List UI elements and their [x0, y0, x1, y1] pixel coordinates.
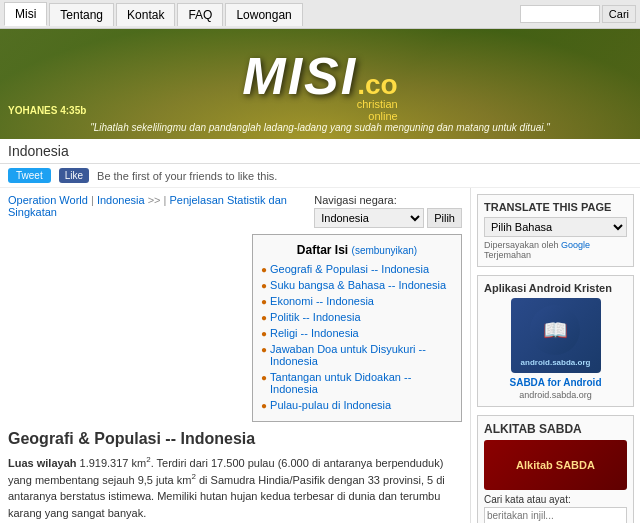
section-heading: Geografi & Populasi -- Indonesia	[8, 430, 462, 448]
toc-toggle[interactable]: (sembunyikan)	[352, 245, 418, 256]
tweet-button[interactable]: Tweet	[8, 168, 51, 183]
list-item: Geografi & Populasi -- Indonesia	[261, 261, 453, 277]
android-app-box: Aplikasi Android Kristen 📖 android.sabda…	[477, 275, 634, 407]
banner-online-text: online	[242, 110, 397, 122]
banner-quote: "Lihatlah sekelilingmu dan pandanglah la…	[0, 120, 640, 134]
alkitab-search-label: Cari kata atau ayat:	[484, 494, 627, 505]
like-button[interactable]: Like	[59, 168, 89, 183]
main-content: Operation World | Indonesia >> | Penjela…	[0, 188, 470, 523]
breadcrumb-sep2: >> |	[148, 194, 170, 206]
toc-item-5[interactable]: Religi -- Indonesia	[270, 327, 359, 339]
android-icon: 📖	[530, 305, 580, 355]
tab-tentang[interactable]: Tentang	[49, 3, 114, 26]
list-item: Politik -- Indonesia	[261, 309, 453, 325]
tab-faq[interactable]: FAQ	[177, 3, 223, 26]
nav-negara-label: Navigasi negara:	[314, 194, 462, 206]
top-navigation: Misi Tentang Kontak FAQ Lowongan Cari	[0, 0, 640, 29]
tab-misi[interactable]: Misi	[4, 2, 47, 26]
right-sidebar: TRANSLATE THIS PAGE Pilih Bahasa Dipersa…	[470, 188, 640, 523]
header-banner: MISI.co christian online YOHANES 4:35b "…	[0, 29, 640, 139]
toc-item-6[interactable]: Jawaban Doa untuk Disyukuri -- Indonesia	[270, 343, 453, 367]
breadcrumb-indonesia[interactable]: Indonesia	[97, 194, 145, 206]
toc-item-3[interactable]: Ekonomi -- Indonesia	[270, 295, 374, 307]
main-layout: Operation World | Indonesia >> | Penjela…	[0, 188, 640, 523]
list-item: Tantangan untuk Didoakan -- Indonesia	[261, 369, 453, 397]
search-bar: Cari	[520, 5, 636, 23]
list-item: Suku bangsa & Bahasa -- Indonesia	[261, 277, 453, 293]
banner-title: MISI.co christian online	[242, 46, 397, 122]
android-logo[interactable]: 📖 android.sabda.org	[511, 298, 601, 373]
content-wrapper: Indonesia Tweet Like Be the first of you…	[0, 139, 640, 523]
toc-item-8[interactable]: Pulau-pulau di Indonesia	[270, 399, 391, 411]
translate-credit: Dipersayakan oleh Google Terjemahan	[484, 240, 627, 260]
nav-negara-select[interactable]: Indonesia	[314, 208, 424, 228]
toc-item-7[interactable]: Tantangan untuk Didoakan -- Indonesia	[270, 371, 453, 395]
breadcrumb-nav-row: Operation World | Indonesia >> | Penjela…	[8, 194, 462, 228]
android-title: Aplikasi Android Kristen	[484, 282, 627, 294]
search-input[interactable]	[520, 5, 600, 23]
nav-negara-row: Indonesia Pilih	[314, 208, 462, 228]
intro-text: Luas wilayah 1.919.317 km2. Terdiri dari…	[8, 454, 462, 521]
tab-kontak[interactable]: Kontak	[116, 3, 175, 26]
toc-list: Geografi & Populasi -- Indonesia Suku ba…	[261, 261, 453, 413]
alkitab-search-input[interactable]	[484, 507, 627, 523]
toc-item-2[interactable]: Suku bangsa & Bahasa -- Indonesia	[270, 279, 446, 291]
table-of-contents: Daftar Isi (sembunyikan) Geografi & Popu…	[252, 234, 462, 422]
alkitab-title: ALKITAB SABDA	[484, 422, 627, 436]
social-like-text: Be the first of your friends to like thi…	[97, 170, 277, 182]
list-item: Ekonomi -- Indonesia	[261, 293, 453, 309]
translate-select[interactable]: Pilih Bahasa	[484, 217, 627, 237]
android-link[interactable]: android.sabda.org	[484, 390, 627, 400]
page-title: Indonesia	[8, 143, 69, 159]
google-translate-link[interactable]: Google	[561, 240, 590, 250]
breadcrumb: Operation World | Indonesia >> | Penjela…	[8, 194, 314, 218]
translate-box: TRANSLATE THIS PAGE Pilih Bahasa Dipersa…	[477, 194, 634, 267]
alkitab-image[interactable]: Alkitab SABDA	[484, 440, 627, 490]
nav-negara-box: Navigasi negara: Indonesia Pilih	[314, 194, 462, 228]
alkitab-box: ALKITAB SABDA Alkitab SABDA Cari kata at…	[477, 415, 634, 523]
list-item: Pulau-pulau di Indonesia	[261, 397, 453, 413]
search-button[interactable]: Cari	[602, 5, 636, 23]
social-bar: Tweet Like Be the first of your friends …	[0, 164, 640, 188]
list-item: Religi -- Indonesia	[261, 325, 453, 341]
nav-negara-button[interactable]: Pilih	[427, 208, 462, 228]
toc-title: Daftar Isi (sembunyikan)	[261, 243, 453, 257]
breadcrumb-operation-world[interactable]: Operation World	[8, 194, 88, 206]
page-title-bar: Indonesia	[0, 139, 640, 164]
banner-verse-ref: YOHANES 4:35b	[8, 103, 86, 117]
toc-item-4[interactable]: Politik -- Indonesia	[270, 311, 361, 323]
translate-title: TRANSLATE THIS PAGE	[484, 201, 627, 213]
list-item: Jawaban Doa untuk Disyukuri -- Indonesia	[261, 341, 453, 369]
android-subtitle: SABDA for Android	[484, 377, 627, 388]
banner-co-text: .co	[357, 69, 397, 100]
banner-misi-text: MISI	[242, 47, 357, 105]
tab-lowongan[interactable]: Lowongan	[225, 3, 302, 26]
toc-item-1[interactable]: Geografi & Populasi -- Indonesia	[270, 263, 429, 275]
